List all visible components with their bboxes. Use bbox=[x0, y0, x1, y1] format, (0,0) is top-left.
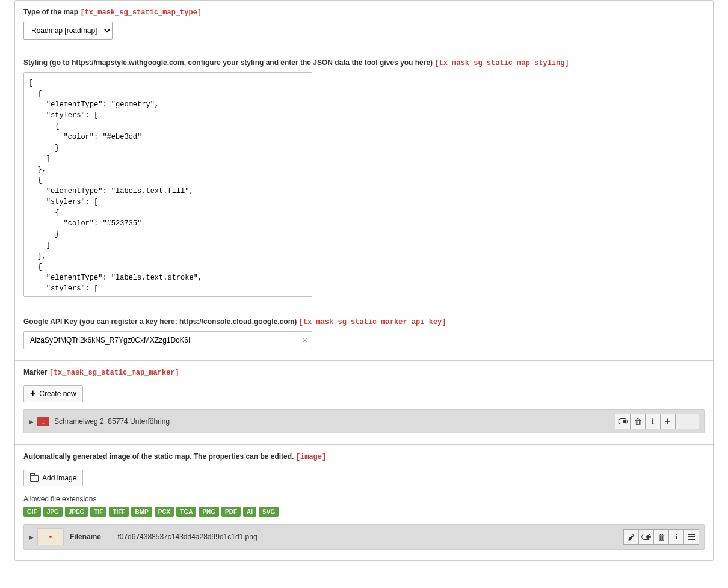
toggle-button[interactable] bbox=[615, 414, 631, 429]
ext-badge: PCX bbox=[155, 507, 174, 517]
section-image: Automatically generated image of the sta… bbox=[15, 445, 713, 560]
marker-row-actions: 🗑 i + bbox=[615, 414, 699, 429]
image-row-actions: 🗑 i bbox=[623, 529, 699, 545]
api-key-label-text: Google API Key (you can register a key h… bbox=[23, 317, 297, 326]
ext-badge: JPEG bbox=[65, 507, 88, 517]
section-map-type: Type of the map [tx_mask_sg_static_map_t… bbox=[15, 1, 713, 51]
marker-row-title[interactable]: Schramelweg 2, 85774 Unterföhring bbox=[54, 417, 615, 426]
delete-button[interactable]: 🗑 bbox=[653, 529, 669, 545]
api-key-input-group: × bbox=[23, 331, 312, 349]
info-icon: i bbox=[652, 417, 654, 426]
api-key-input[interactable] bbox=[23, 331, 312, 349]
add-button[interactable]: + bbox=[660, 414, 676, 429]
styling-label-text: Styling (go to https://mapstyle.withgoog… bbox=[23, 58, 433, 67]
map-type-tech: [tx_mask_sg_static_map_type] bbox=[80, 8, 202, 17]
drag-icon bbox=[688, 534, 695, 540]
filename-label: Filename bbox=[70, 533, 101, 541]
image-row-text[interactable]: Filename f07d674388537c143dd4a28d99d1c1d… bbox=[70, 533, 623, 541]
styling-label: Styling (go to https://mapstyle.withgoog… bbox=[23, 58, 705, 67]
toggle-icon bbox=[618, 418, 628, 424]
map-type-label: Type of the map [tx_mask_sg_static_map_t… bbox=[23, 8, 705, 17]
section-api-key: Google API Key (you can register a key h… bbox=[15, 310, 713, 361]
api-key-tech: [tx_mask_sg_static_marker_api_key] bbox=[299, 318, 446, 326]
create-new-label: Create new bbox=[39, 390, 76, 398]
create-new-button[interactable]: Create new bbox=[23, 385, 83, 402]
ext-badge: GIF bbox=[23, 507, 41, 517]
image-tech: [image] bbox=[296, 453, 326, 461]
ext-badge: TIF bbox=[90, 507, 106, 517]
section-styling: Styling (go to https://mapstyle.withgoog… bbox=[15, 51, 713, 310]
map-type-label-text: Type of the map bbox=[23, 8, 78, 16]
info-icon: i bbox=[675, 532, 677, 542]
add-image-button[interactable]: Add image bbox=[23, 470, 83, 486]
trash-icon: 🗑 bbox=[634, 417, 642, 426]
add-image-label: Add image bbox=[42, 474, 76, 482]
ext-badge: SVG bbox=[259, 507, 279, 517]
action-spacer bbox=[675, 414, 699, 429]
styling-textarea[interactable] bbox=[23, 72, 312, 297]
edit-button[interactable] bbox=[623, 529, 639, 545]
filename-value: f07d674388537c143dd4a28d99d1c1d1.png bbox=[117, 533, 257, 541]
section-marker: Marker [tx_mask_sg_static_map_marker] Cr… bbox=[15, 361, 713, 445]
map-type-select[interactable]: Roadmap [roadmap] bbox=[23, 22, 113, 40]
ext-badge: PDF bbox=[221, 507, 241, 517]
marker-record-row: ▶ ⎯ Schramelweg 2, 85774 Unterföhring 🗑 … bbox=[23, 409, 705, 433]
expand-icon[interactable]: ▶ bbox=[29, 418, 34, 425]
ext-badge: TIFF bbox=[109, 507, 129, 517]
api-key-label: Google API Key (you can register a key h… bbox=[23, 317, 705, 326]
expand-icon[interactable]: ▶ bbox=[29, 534, 34, 541]
info-button[interactable]: i bbox=[668, 529, 684, 545]
ext-badge: TGA bbox=[176, 507, 196, 517]
trash-icon: 🗑 bbox=[658, 533, 665, 542]
marker-thumb-icon: ⎯ bbox=[37, 417, 49, 426]
drag-handle[interactable] bbox=[683, 529, 699, 545]
ext-badge: BMP bbox=[131, 507, 152, 517]
allowed-ext-label: Allowed file extensions bbox=[23, 495, 705, 503]
ext-badge: PNG bbox=[199, 507, 219, 517]
folder-icon bbox=[30, 475, 39, 482]
image-record-row: ▶ Filename f07d674388537c143dd4a28d99d1c… bbox=[23, 524, 705, 550]
ext-badge: JPG bbox=[43, 507, 63, 517]
ext-badge: AI bbox=[243, 507, 256, 517]
plus-icon bbox=[30, 390, 35, 398]
extension-badges: GIFJPGJPEGTIFTIFFBMPPCXTGAPNGPDFAISVG bbox=[23, 507, 705, 517]
marker-tech: [tx_mask_sg_static_map_marker] bbox=[49, 369, 179, 377]
form-panel: Type of the map [tx_mask_sg_static_map_t… bbox=[14, 0, 714, 561]
plus-icon: + bbox=[665, 416, 670, 427]
info-button[interactable]: i bbox=[645, 414, 661, 429]
image-label-text: Automatically generated image of the sta… bbox=[23, 452, 294, 461]
marker-label: Marker [tx_mask_sg_static_map_marker] bbox=[23, 368, 705, 377]
toggle-icon bbox=[641, 534, 651, 540]
pencil-icon bbox=[628, 533, 635, 541]
image-thumbnail bbox=[37, 528, 64, 545]
delete-button[interactable]: 🗑 bbox=[630, 414, 646, 429]
marker-label-text: Marker bbox=[23, 368, 47, 376]
toggle-button[interactable] bbox=[638, 529, 654, 545]
clear-icon[interactable]: × bbox=[303, 335, 307, 345]
image-label: Automatically generated image of the sta… bbox=[23, 452, 705, 461]
styling-tech: [tx_mask_sg_static_map_styling] bbox=[434, 59, 569, 67]
